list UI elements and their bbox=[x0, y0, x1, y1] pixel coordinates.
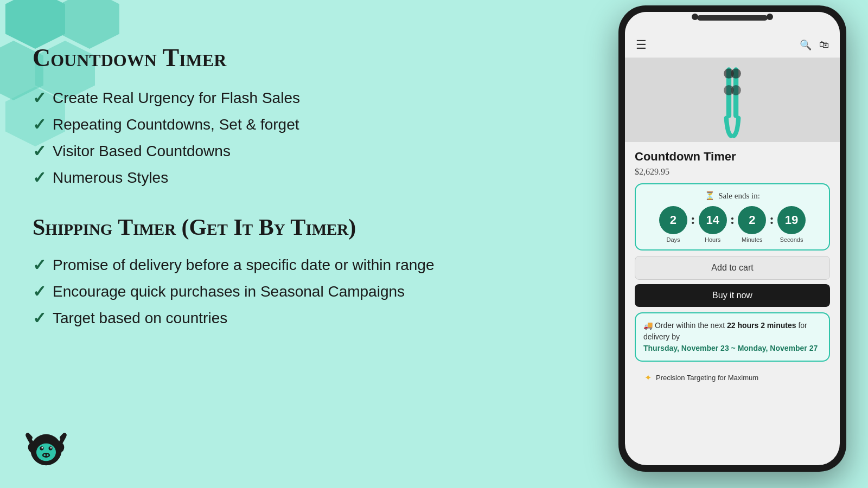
seconds-circle: 19 bbox=[777, 206, 806, 234]
phone-notch bbox=[697, 15, 768, 21]
svg-point-16 bbox=[731, 85, 741, 95]
feature-item: ✓ Numerous Styles bbox=[33, 168, 521, 187]
buy-now-button[interactable]: Buy it now bbox=[635, 284, 830, 307]
days-circle: 2 bbox=[659, 206, 687, 234]
hours-label: Hours bbox=[705, 236, 720, 243]
svg-point-10 bbox=[58, 442, 65, 452]
feature-text: Visitor Based Countdowns bbox=[53, 143, 231, 160]
feature-text: Create Real Urgency for Flash Sales bbox=[53, 89, 300, 107]
svg-point-9 bbox=[28, 442, 35, 452]
svg-point-7 bbox=[44, 454, 46, 457]
svg-point-5 bbox=[50, 447, 52, 449]
feature-item: ✓ Promise of delivery before a specific … bbox=[33, 255, 521, 274]
features-list-2: ✓ Promise of delivery before a specific … bbox=[33, 255, 521, 328]
hourglass-icon: ⏳ bbox=[705, 191, 715, 201]
svg-point-14 bbox=[731, 68, 741, 79]
product-price: $2,629.95 bbox=[635, 167, 830, 177]
features-list-1: ✓ Create Real Urgency for Flash Sales ✓ … bbox=[33, 88, 521, 187]
timer-minutes: 2 Minutes bbox=[738, 206, 766, 243]
precision-star-icon: ✦ bbox=[644, 373, 652, 383]
topbar-icons: 🔍 🛍 bbox=[800, 39, 829, 51]
search-icon[interactable]: 🔍 bbox=[800, 39, 812, 51]
phone-mockup: ☰ 🔍 🛍 bbox=[618, 5, 852, 477]
product-info: Countdown Timer $2,629.95 ⏳ Sale ends in… bbox=[625, 142, 840, 394]
hours-circle: 14 bbox=[699, 206, 727, 234]
feature-item: ✓ Encourage quick purchases in Seasonal … bbox=[33, 282, 521, 301]
left-content: Countdown Timer ✓ Create Real Urgency fo… bbox=[33, 43, 521, 355]
colon-2: : bbox=[730, 211, 735, 228]
phone-camera-left bbox=[692, 14, 698, 20]
seconds-label: Seconds bbox=[780, 236, 803, 243]
timer-hours: 14 Hours bbox=[699, 206, 727, 243]
section1-title: Countdown Timer bbox=[33, 43, 521, 72]
check-icon: ✓ bbox=[33, 168, 46, 187]
days-label: Days bbox=[666, 236, 680, 243]
countdown-timer: 2 Days : 14 Hours : 2 Minutes bbox=[643, 206, 821, 243]
check-icon: ✓ bbox=[33, 309, 46, 328]
check-icon: ✓ bbox=[33, 282, 46, 301]
shipping-box: 🚚 Order within the next 22 hours 2 minut… bbox=[635, 312, 830, 362]
countdown-header: ⏳ Sale ends in: bbox=[643, 191, 821, 201]
shipping-date: Thursday, November 23 ~ Monday, November… bbox=[643, 344, 818, 352]
phone-screen: ☰ 🔍 🛍 bbox=[625, 12, 840, 465]
feature-text: Promise of delivery before a specific da… bbox=[53, 256, 434, 274]
check-icon: ✓ bbox=[33, 115, 46, 134]
shipping-time: 22 hours 2 minutes bbox=[727, 321, 796, 330]
phone-camera-right bbox=[767, 14, 773, 20]
check-icon: ✓ bbox=[33, 88, 46, 107]
shipping-text-before: Order within the next bbox=[655, 321, 725, 330]
feature-text: Numerous Styles bbox=[53, 169, 168, 187]
product-image bbox=[700, 62, 765, 138]
colon-3: : bbox=[769, 211, 774, 228]
product-image-area bbox=[625, 58, 840, 142]
feature-item: ✓ Create Real Urgency for Flash Sales bbox=[33, 88, 521, 107]
svg-point-6 bbox=[42, 453, 50, 458]
timer-days: 2 Days bbox=[659, 206, 687, 243]
colon-1: : bbox=[691, 211, 695, 228]
precision-text: Precision Targeting for Maximum bbox=[656, 374, 758, 382]
check-icon: ✓ bbox=[33, 255, 46, 274]
feature-text: Repeating Countdowns, Set & forget bbox=[53, 116, 299, 133]
hex-2 bbox=[60, 0, 119, 49]
menu-icon[interactable]: ☰ bbox=[636, 38, 647, 52]
feature-text: Encourage quick purchases in Seasonal Ca… bbox=[53, 283, 405, 300]
svg-point-4 bbox=[41, 447, 43, 449]
phone-outer: ☰ 🔍 🛍 bbox=[618, 5, 846, 472]
minutes-label: Minutes bbox=[742, 236, 763, 243]
feature-item: ✓ Repeating Countdowns, Set & forget bbox=[33, 115, 521, 134]
check-icon: ✓ bbox=[33, 142, 46, 160]
precision-bar: ✦ Precision Targeting for Maximum bbox=[635, 367, 830, 388]
feature-item: ✓ Visitor Based Countdowns bbox=[33, 142, 521, 160]
countdown-header-text: Sale ends in: bbox=[718, 191, 760, 201]
feature-text: Target based on countries bbox=[53, 310, 227, 327]
product-title: Countdown Timer bbox=[635, 150, 830, 164]
timer-seconds: 19 Seconds bbox=[777, 206, 806, 243]
svg-point-8 bbox=[47, 454, 49, 457]
countdown-box: ⏳ Sale ends in: 2 Days : 14 Hours bbox=[635, 183, 830, 251]
bull-logo bbox=[22, 423, 71, 472]
truck-icon: 🚚 bbox=[643, 321, 653, 330]
cart-icon[interactable]: 🛍 bbox=[819, 39, 829, 51]
add-to-cart-button[interactable]: Add to cart bbox=[635, 256, 830, 280]
section2-title: Shipping Timer (Get It By Timer) bbox=[33, 214, 521, 240]
feature-item: ✓ Target based on countries bbox=[33, 309, 521, 328]
minutes-circle: 2 bbox=[738, 206, 766, 234]
svg-point-1 bbox=[36, 444, 56, 461]
